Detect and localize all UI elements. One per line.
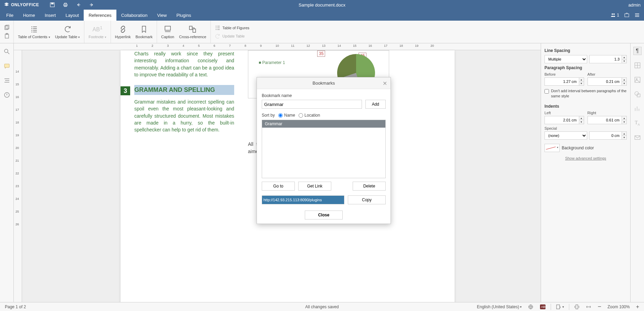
doc-paragraph: Grammar mistakes and incorrect spelling … [134,98,234,133]
bookmark-button[interactable]: Bookmark [136,25,153,39]
tab-file[interactable]: File [1,10,18,21]
sort-location-radio[interactable]: Location [299,113,320,118]
tab-references[interactable]: References [84,10,116,21]
language-selector[interactable]: English (United States) ▾ [476,304,523,310]
no-interval-checkbox[interactable] [544,89,549,94]
svg-point-15 [4,49,8,53]
track-changes-icon[interactable]: ▾ [554,303,565,310]
copy-button[interactable]: Copy [348,195,386,204]
spin-up[interactable]: ▲ [579,116,584,120]
heading-text: GRAMMAR AND SPELLING [134,86,215,93]
headings-icon[interactable] [3,77,10,84]
comments-icon[interactable] [3,63,10,69]
indent-right-input[interactable] [588,116,627,124]
table-of-figures-button[interactable]: Table of Figures [215,25,249,31]
tab-insert[interactable]: Insert [40,10,61,21]
add-button[interactable]: Add [365,100,386,109]
advanced-settings-link[interactable]: Show advanced settings [544,156,627,160]
svg-rect-27 [557,305,560,309]
spin-up[interactable]: ▲ [579,78,584,82]
save-status: All changes saved [300,304,343,309]
hamburger-menu-button[interactable] [634,12,640,18]
quick-access-toolbar [49,2,95,8]
bookmarks-list[interactable]: Grammar [262,120,386,178]
special-indent-select[interactable]: (none) [544,131,587,140]
tab-home[interactable]: Home [18,10,40,21]
zoom-in-button[interactable]: + [635,303,641,311]
spin-up[interactable]: ▲ [622,116,626,120]
delete-button[interactable]: Delete [353,182,386,191]
close-button[interactable]: Close [305,211,343,219]
close-icon[interactable]: ✕ [383,80,387,87]
goto-button[interactable]: Go to [262,182,295,191]
link-output[interactable] [262,195,344,204]
background-color-button[interactable] [544,144,560,152]
hyperlink-button[interactable]: Hyperlink [115,25,131,39]
spin-up[interactable]: ▲ [622,78,626,82]
section-line-spacing: Line Spacing [544,48,627,53]
shape-tab-icon[interactable] [633,90,642,98]
spin-down[interactable]: ▼ [622,136,626,139]
redo-button[interactable] [89,2,95,8]
image-tab-icon[interactable] [633,76,642,84]
spin-down[interactable]: ▼ [622,120,626,124]
paste-icon[interactable] [4,33,10,39]
spin-down[interactable]: ▼ [579,120,584,124]
paragraph-tab-icon[interactable]: ¶ [633,47,642,55]
mail-tab-icon[interactable] [633,133,642,142]
table-tab-icon[interactable] [633,61,642,69]
print-button[interactable] [62,2,69,8]
caption-button[interactable]: Caption [161,25,174,39]
globe-icon[interactable] [527,303,535,310]
spin-up[interactable]: ▲ [622,55,626,60]
list-item[interactable]: Grammar [262,120,385,128]
page-indicator[interactable]: Page 1 of 2 [0,304,31,309]
svg-rect-12 [165,26,170,30]
special-indent-input[interactable] [589,131,627,140]
cross-reference-button[interactable]: Cross-reference [179,25,206,39]
spin-down[interactable]: ▼ [622,60,626,63]
spin-down[interactable]: ▼ [622,82,626,86]
tab-view[interactable]: View [152,10,172,21]
textart-tab-icon[interactable]: TA [633,119,642,127]
save-button[interactable] [49,2,55,8]
svg-rect-13 [189,26,192,30]
svg-rect-10 [5,34,9,38]
line-spacing-mode-select[interactable]: Multiple [544,55,587,63]
indent-left-input[interactable] [544,116,584,124]
bookmark-name-input[interactable] [262,100,362,109]
feedback-icon[interactable] [3,92,10,98]
spin-up[interactable]: ▲ [622,132,626,136]
fit-width-icon[interactable] [584,303,593,310]
spellcheck-icon[interactable]: ABC [538,303,547,310]
document-title: Sample document.docx [299,2,345,8]
share-users-button[interactable]: 1 [610,12,619,18]
spacing-before-input[interactable] [544,77,584,86]
dialog-title-bar[interactable]: Bookmarks ✕ [257,77,391,89]
get-link-button[interactable]: Get Link [298,182,331,191]
toc-button[interactable]: Table of Contents [18,25,50,39]
line-spacing-value-input[interactable] [589,55,627,63]
chart-tab-icon[interactable] [633,105,642,113]
tab-collaboration[interactable]: Collaboration [116,10,153,21]
user-label[interactable]: admin [629,2,641,8]
update-tof-button[interactable]: Update Table [215,33,249,39]
search-icon[interactable] [3,48,10,55]
zoom-out-button[interactable]: − [596,302,603,311]
sort-name-radio[interactable]: Name [278,113,295,118]
undo-button[interactable] [75,2,82,8]
tab-layout[interactable]: Layout [61,10,84,21]
spacing-after-input[interactable] [588,77,627,86]
open-location-button[interactable] [624,12,630,18]
footnote-button[interactable]: AB1 Footnote [89,25,106,39]
fit-page-icon[interactable] [573,303,581,310]
spin-down[interactable]: ▼ [579,82,584,86]
vertical-ruler[interactable]: 14151617181920212223242526 [14,50,22,302]
after-label: After [588,72,627,76]
update-table-button[interactable]: Update Table [55,25,80,39]
copy-icon[interactable] [4,25,10,31]
zoom-level[interactable]: Zoom 100% [606,304,631,310]
background-color-label: Background color [562,146,594,150]
horizontal-ruler[interactable]: 1234567891011121314151617181920 [14,43,541,50]
tab-plugins[interactable]: Plugins [172,10,196,21]
